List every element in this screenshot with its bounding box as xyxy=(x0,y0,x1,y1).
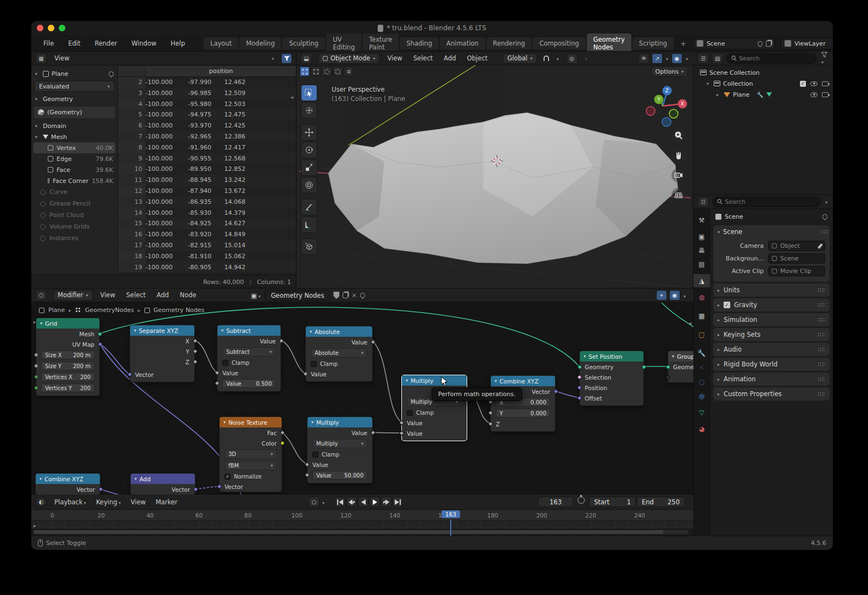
start-frame-field[interactable]: Start1 xyxy=(589,497,636,507)
snap-magnet-icon[interactable] xyxy=(544,55,549,61)
jump-to-start-button[interactable] xyxy=(335,497,345,507)
viewport-menu-add[interactable]: Add xyxy=(443,53,457,63)
select-box-tool[interactable] xyxy=(301,85,317,101)
snap-dropdown[interactable] xyxy=(556,53,560,63)
properties-tab-world[interactable]: ◍ xyxy=(693,291,710,304)
socket-sizex-in[interactable] xyxy=(34,353,38,357)
properties-options-dropdown[interactable] xyxy=(824,197,828,207)
menu-help[interactable]: Help xyxy=(170,38,186,48)
mode-dropdown[interactable]: Object Mode xyxy=(318,53,379,64)
properties-tab-render[interactable]: ▣ xyxy=(693,230,710,243)
workspace-tab-texture-paint[interactable]: Texture Paint xyxy=(362,34,399,53)
disable-render-icon[interactable] xyxy=(822,81,828,86)
domain-edge[interactable]: Edge79.6K xyxy=(33,153,115,164)
drag-dots[interactable] xyxy=(817,377,825,381)
properties-tab-physics[interactable]: ◌ xyxy=(693,375,710,388)
panel-keying-sets[interactable]: Keying Sets xyxy=(713,328,830,341)
domain-vertex[interactable]: Vertex40.0K xyxy=(33,142,115,153)
domain-volume-grids[interactable]: Volume Grids xyxy=(33,221,115,232)
combine-y-field[interactable]: Y0.000 xyxy=(496,409,550,418)
properties-search[interactable] xyxy=(712,197,821,207)
outliner-row-plane[interactable]: ▸Plane 🔧 xyxy=(693,89,833,100)
options-dropdown[interactable]: Options xyxy=(651,66,688,77)
geometry-section[interactable]: ▾Geometry xyxy=(33,93,115,104)
timeline-menu-view[interactable]: View xyxy=(130,497,147,507)
drag-dots[interactable] xyxy=(817,347,825,352)
node-absolute[interactable]: Absolute Value Absolute Clamp Value xyxy=(305,326,373,382)
socket-geometry-in[interactable] xyxy=(578,365,582,369)
workspace-tab-rendering[interactable]: Rendering xyxy=(486,37,532,49)
table-row[interactable]: 3-100.000-96.98512.509 xyxy=(118,88,296,99)
node-multiply-scale[interactable]: Multiply Value Multiply Clamp Value Valu… xyxy=(307,416,373,483)
noise-type-dropdown[interactable]: fBM xyxy=(225,461,277,470)
properties-search-input[interactable] xyxy=(725,198,816,205)
domain-face[interactable]: Face39.6K xyxy=(33,164,115,175)
previous-keyframe-button[interactable] xyxy=(346,497,357,507)
viewport-menu-view[interactable]: View xyxy=(386,53,403,63)
clamp-checkbox[interactable] xyxy=(311,361,317,367)
operation-dropdown[interactable]: Subtract xyxy=(222,347,276,357)
annotate-tool[interactable] xyxy=(301,199,317,215)
node-multiply-main[interactable]: Multiply Value Multiply Clamp Value Valu… xyxy=(401,375,467,441)
clamp-checkbox[interactable] xyxy=(222,360,228,366)
geometry-item[interactable]: (Geometry) xyxy=(34,107,115,118)
editor-type-button[interactable]: ☷ xyxy=(698,197,709,207)
maximize-window-button[interactable] xyxy=(59,25,65,31)
workspace-tab-sculpting[interactable]: Sculpting xyxy=(282,37,325,49)
node-noise-texture[interactable]: Noise Texture Fac Color 3D fBM Normalize… xyxy=(219,416,282,492)
table-row[interactable]: 18-100.000-81.91015.062 xyxy=(118,251,296,262)
table-row[interactable]: 15-100.000-84.92514.627 xyxy=(118,218,296,229)
collection-checkbox[interactable]: ✓ xyxy=(800,81,806,87)
panel-animation[interactable]: Animation xyxy=(713,372,830,386)
node-set-position[interactable]: Set Position Geometry Selection Position… xyxy=(579,351,644,406)
drag-dots[interactable] xyxy=(817,362,825,366)
editor-type-button[interactable]: ◐ xyxy=(36,497,47,507)
table-row[interactable]: 4-100.000-95.98012.503 xyxy=(118,99,296,110)
table-row[interactable]: 6-100.000-93.97012.425 xyxy=(118,120,296,131)
menu-file[interactable]: File xyxy=(42,38,55,48)
viewport-menu-select[interactable]: Select xyxy=(412,53,434,63)
auto-key-dropdown[interactable] xyxy=(321,497,326,507)
gizmos-dropdown[interactable] xyxy=(665,53,669,63)
filter-toggle-arrow[interactable]: ▸ xyxy=(272,55,275,61)
scene-selector[interactable]: Scene xyxy=(693,38,775,49)
new-scene-icon[interactable] xyxy=(766,41,771,47)
scale-tool[interactable] xyxy=(301,159,317,176)
scrollbar-handle[interactable] xyxy=(33,530,688,534)
node-subtract[interactable]: Subtract Value Subtract Clamp Value Valu… xyxy=(217,325,281,392)
subtract-value-field[interactable]: Value0.500 xyxy=(222,379,276,388)
properties-tab-object-data[interactable]: ▽ xyxy=(693,406,710,419)
proportional-editing-icon[interactable]: ◎ xyxy=(567,53,578,64)
panel-simulation[interactable]: Simulation xyxy=(713,313,830,326)
minimize-window-button[interactable] xyxy=(48,25,54,31)
table-row[interactable]: 13-100.000-86.93514.068 xyxy=(118,197,296,208)
clamp-checkbox[interactable] xyxy=(312,452,318,458)
properties-tab-constraints[interactable]: ◎ xyxy=(693,390,710,403)
collapse-arrow[interactable]: ▸ xyxy=(33,523,36,529)
paint-select-button[interactable] xyxy=(344,66,354,76)
overlays-toggle-icon[interactable]: ◉ xyxy=(671,53,682,64)
workspace-tab-animation[interactable]: Animation xyxy=(440,37,485,49)
cursor-tool[interactable] xyxy=(301,102,317,119)
lasso-select-button[interactable] xyxy=(333,66,343,76)
grid-vertices-y-field[interactable]: Vertices Y200 xyxy=(41,383,94,392)
end-frame-field[interactable]: End250 xyxy=(637,497,685,507)
grid-size-y-field[interactable]: Size Y200 m xyxy=(41,362,94,370)
socket-sizey-in[interactable] xyxy=(34,364,38,368)
navigation-gizmo[interactable]: Z X Y xyxy=(646,86,687,127)
rotate-tool[interactable] xyxy=(301,142,317,158)
normalize-checkbox[interactable] xyxy=(225,474,231,480)
node-grid[interactable]: Grid Mesh UV Map Size X200 m Size Y200 m… xyxy=(36,318,100,396)
camera-view-icon[interactable] xyxy=(671,168,686,182)
measure-tool[interactable] xyxy=(301,216,317,233)
property-field-backgroun-[interactable]: Scene xyxy=(768,253,825,264)
editor-type-button[interactable]: ☰ xyxy=(698,53,709,64)
table-row[interactable]: 8-100.000-91.96012.417 xyxy=(118,142,296,153)
outliner-search[interactable] xyxy=(726,53,817,64)
properties-tab-object[interactable]: ▢ xyxy=(693,328,710,341)
timeline-scrollbar[interactable] xyxy=(31,529,693,536)
clamp-checkbox[interactable] xyxy=(407,410,413,416)
outliner-row-collection[interactable]: ▾Collection ✓ xyxy=(693,78,833,89)
socket-mesh-out[interactable] xyxy=(98,332,102,336)
domain-grease-pencil[interactable]: Grease Pencil xyxy=(33,198,115,209)
